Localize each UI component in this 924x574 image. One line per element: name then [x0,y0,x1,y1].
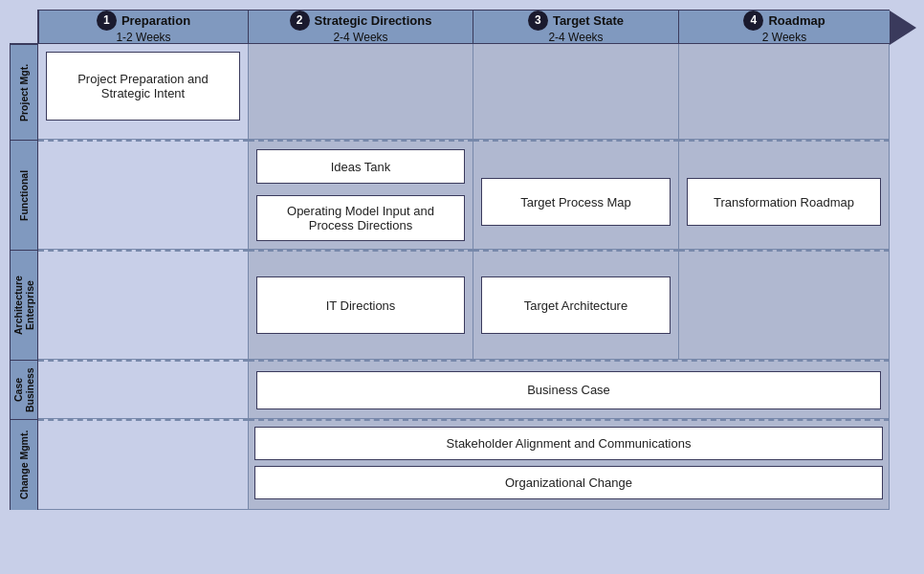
page-wrapper: 1 Preparation 1-2 Weeks 2 Strategic Dire… [0,0,924,574]
header-corner [10,10,38,44]
cell-row6-col2 [38,419,249,510]
phase-2-number: 2 [290,11,310,31]
target-architecture-box: Target Architecture [481,276,671,334]
cell-row5-col3-5: Business Case [249,360,890,419]
cell-row3-col3: Ideas Tank Operating Model Input and Pro… [249,140,473,250]
phase-3-header: 3 Target State 2-4 Weeks [473,10,679,44]
row-label-project-mgt: Project Mgt. [10,44,38,140]
project-prep-box: Project Preparation and Strategic Intent [46,52,240,121]
business-case-box: Business Case [256,371,881,409]
svg-marker-0 [890,11,916,45]
cell-row6-col3-5: Stakeholder Alignment and Communications… [249,419,890,510]
op-model-box: Operating Model Input and Process Direct… [256,195,465,241]
row-label-ea: Enterprise Architecture [10,250,38,360]
main-grid: 1 Preparation 1-2 Weeks 2 Strategic Dire… [10,10,914,543]
org-change-box: Organizational Change [254,466,883,499]
row-label-business-case: Business Case [10,360,38,419]
cell-row2-col2: Project Preparation and Strategic Intent [38,44,249,140]
ideas-tank-box: Ideas Tank [256,149,465,184]
cell-row3-col4: Target Process Map [473,140,679,250]
phase-1-title: Preparation [121,13,190,28]
cell-row3-col5: Transformation Roadmap [679,140,890,250]
phase-1-duration: 1-2 Weeks [116,31,170,44]
cell-row4-col2 [38,250,249,360]
stakeholder-box: Stakeholder Alignment and Communications [254,427,883,460]
transformation-roadmap-box: Transformation Roadmap [687,178,881,226]
phase-2-header: 2 Strategic Directions 2-4 Weeks [249,10,473,44]
it-directions-box: IT Directions [256,276,465,334]
cell-row2-col5 [679,44,890,140]
cell-row3-col2 [38,140,249,250]
phase-1-number: 1 [97,11,117,31]
phase-1-header: 1 Preparation 1-2 Weeks [38,10,249,44]
phase-4-duration: 2 Weeks [762,31,806,44]
phase-4-number: 4 [743,11,763,31]
timeline-arrow-head [890,11,916,45]
cell-row4-col3: IT Directions [249,250,473,360]
target-process-map-box: Target Process Map [481,178,671,226]
cell-row5-col2 [38,360,249,419]
phase-3-duration: 2-4 Weeks [548,31,603,44]
cell-row4-col4: Target Architecture [473,250,679,360]
cell-row2-col4 [473,44,679,140]
row-label-functional: Functional [10,140,38,250]
phase-4-header: 4 Roadmap 2 Weeks [679,10,890,44]
phase-2-title: Strategic Directions [315,13,432,28]
phase-3-title: Target State [553,13,624,28]
cell-row2-col3 [249,44,473,140]
phase-2-duration: 2-4 Weeks [333,31,387,44]
row-label-change-mgmt: Change Mgmt. [10,419,38,510]
cell-row4-col5 [679,250,890,360]
phase-3-number: 3 [528,11,548,31]
phase-4-title: Roadmap [768,13,825,28]
